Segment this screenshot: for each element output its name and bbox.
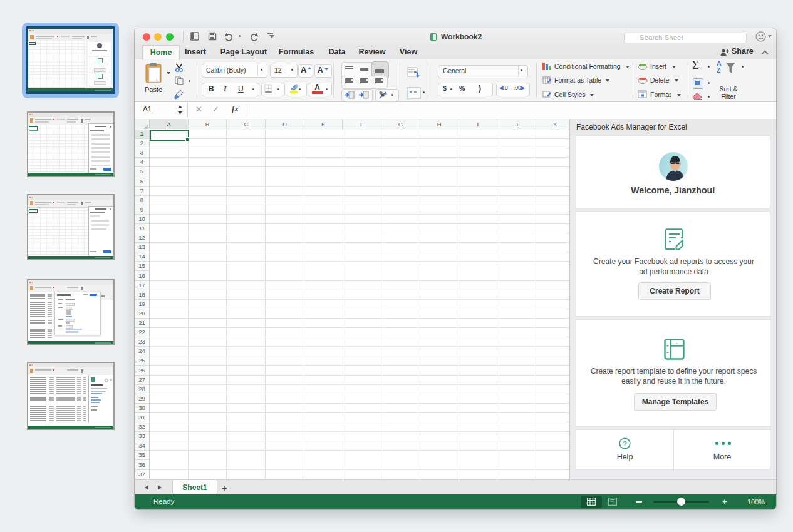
svg-text:?: ?: [623, 440, 627, 448]
